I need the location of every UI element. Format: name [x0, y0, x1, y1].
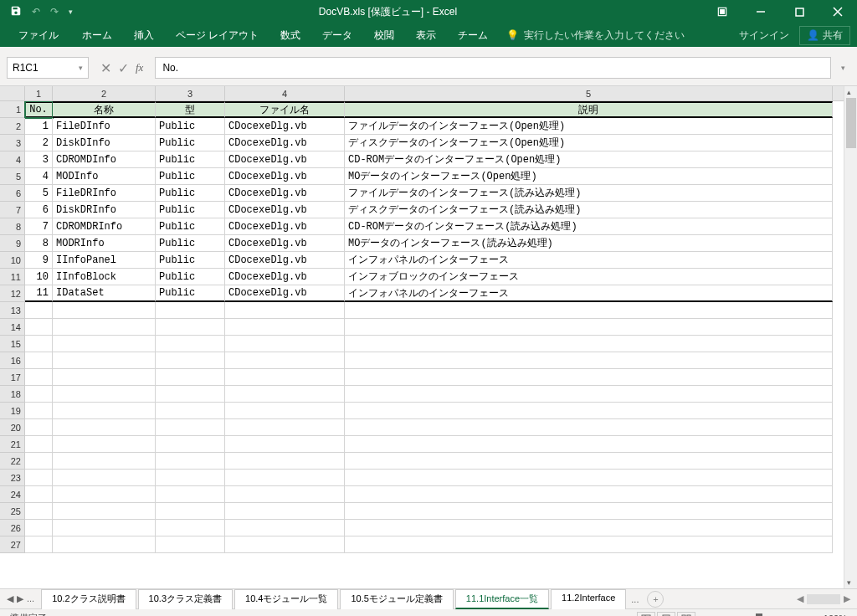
- table-cell[interactable]: [25, 319, 53, 336]
- table-cell[interactable]: [345, 486, 833, 503]
- table-cell[interactable]: [53, 302, 156, 319]
- row-header[interactable]: 5: [0, 168, 25, 185]
- table-cell[interactable]: [345, 336, 833, 352]
- table-cell[interactable]: [156, 436, 225, 453]
- scroll-down-icon[interactable]: ▾: [847, 578, 851, 587]
- table-cell[interactable]: 7: [25, 218, 53, 235]
- table-cell[interactable]: DiskDRInfo: [53, 202, 156, 218]
- table-cell[interactable]: Public: [156, 269, 225, 285]
- table-cell[interactable]: [25, 419, 53, 436]
- table-cell[interactable]: [345, 419, 833, 436]
- table-cell[interactable]: CDocexeDlg.vb: [225, 151, 345, 168]
- table-cell[interactable]: MOデータのインターフェース(Open処理): [345, 168, 833, 185]
- table-cell[interactable]: Public: [156, 151, 225, 168]
- table-cell[interactable]: CD-ROMデータのインターフェース(読み込み処理): [345, 218, 833, 235]
- add-sheet-button[interactable]: +: [647, 591, 664, 608]
- table-cell[interactable]: [156, 386, 225, 403]
- table-cell[interactable]: FileDRInfo: [53, 185, 156, 202]
- vertical-scrollbar[interactable]: ▴ ▾: [844, 86, 857, 588]
- table-cell[interactable]: [225, 319, 345, 336]
- row-header[interactable]: 6: [0, 185, 25, 202]
- table-cell[interactable]: [156, 302, 225, 319]
- table-cell[interactable]: CDocexeDlg.vb: [225, 168, 345, 185]
- table-cell[interactable]: [53, 453, 156, 470]
- table-header-cell[interactable]: 名称: [53, 101, 156, 118]
- ribbon-tab[interactable]: ページ レイアウト: [166, 25, 269, 46]
- table-cell[interactable]: [53, 369, 156, 386]
- table-header-cell[interactable]: 説明: [345, 101, 833, 118]
- table-cell[interactable]: [25, 403, 53, 419]
- minimize-button[interactable]: [742, 0, 780, 23]
- table-cell[interactable]: Public: [156, 168, 225, 185]
- ribbon-tab[interactable]: 挿入: [124, 25, 164, 46]
- table-cell[interactable]: [53, 352, 156, 369]
- table-cell[interactable]: [156, 319, 225, 336]
- table-cell[interactable]: Public: [156, 235, 225, 252]
- table-cell[interactable]: [225, 386, 345, 403]
- table-cell[interactable]: ディスクデータのインターフェース(読み込み処理): [345, 202, 833, 218]
- row-header[interactable]: 24: [0, 486, 25, 503]
- table-cell[interactable]: [25, 520, 53, 536]
- sheet-nav-ellipsis[interactable]: ...: [27, 593, 34, 604]
- table-cell[interactable]: [345, 319, 833, 336]
- table-cell[interactable]: [53, 470, 156, 486]
- redo-icon[interactable]: ↷: [50, 6, 59, 18]
- spreadsheet-grid[interactable]: 12345 1No.名称型ファイル名説明21FileDInfoPublicCDo…: [0, 86, 857, 588]
- sheet-tab[interactable]: 10.5モジュール定義書: [340, 589, 453, 609]
- table-cell[interactable]: [156, 536, 225, 553]
- ribbon-tab[interactable]: 校閲: [364, 25, 404, 46]
- ribbon-tab[interactable]: チーム: [448, 25, 498, 46]
- table-cell[interactable]: [345, 453, 833, 470]
- table-cell[interactable]: CDROMDRInfo: [53, 218, 156, 235]
- maximize-button[interactable]: [780, 0, 819, 23]
- table-cell[interactable]: MODInfo: [53, 168, 156, 185]
- row-header[interactable]: 10: [0, 252, 25, 269]
- table-cell[interactable]: CDocexeDlg.vb: [225, 185, 345, 202]
- table-cell[interactable]: ディスクデータのインターフェース(Open処理): [345, 135, 833, 151]
- row-header[interactable]: 23: [0, 470, 25, 486]
- table-cell[interactable]: Public: [156, 218, 225, 235]
- row-header[interactable]: 21: [0, 436, 25, 453]
- expand-formula-icon[interactable]: ▾: [836, 64, 850, 72]
- row-header[interactable]: 27: [0, 536, 25, 553]
- table-cell[interactable]: CD-ROMデータのインターフェース(Open処理): [345, 151, 833, 168]
- page-break-view-button[interactable]: [677, 612, 695, 617]
- table-cell[interactable]: 3: [25, 151, 53, 168]
- table-cell[interactable]: インフォパネルのインターフェース: [345, 285, 833, 302]
- save-icon[interactable]: [10, 5, 22, 19]
- signin-link[interactable]: サインイン: [739, 28, 789, 43]
- table-cell[interactable]: [345, 470, 833, 486]
- ribbon-options-icon[interactable]: [703, 0, 742, 23]
- table-cell[interactable]: ファイルデータのインターフェース(読み込み処理): [345, 185, 833, 202]
- table-cell[interactable]: [25, 503, 53, 520]
- table-cell[interactable]: [25, 336, 53, 352]
- table-cell[interactable]: [345, 536, 833, 553]
- table-cell[interactable]: [25, 352, 53, 369]
- table-cell[interactable]: MODRInfo: [53, 235, 156, 252]
- table-cell[interactable]: [53, 319, 156, 336]
- table-cell[interactable]: [225, 369, 345, 386]
- enter-formula-icon[interactable]: ✓: [118, 60, 129, 76]
- row-header[interactable]: 8: [0, 218, 25, 235]
- table-cell[interactable]: [345, 369, 833, 386]
- table-cell[interactable]: [225, 403, 345, 419]
- row-header[interactable]: 9: [0, 235, 25, 252]
- table-cell[interactable]: [156, 336, 225, 352]
- table-cell[interactable]: [156, 403, 225, 419]
- horizontal-scrollbar[interactable]: [807, 594, 840, 604]
- table-cell[interactable]: 11: [25, 285, 53, 302]
- table-cell[interactable]: インフォパネルのインターフェース: [345, 252, 833, 269]
- table-cell[interactable]: 6: [25, 202, 53, 218]
- table-cell[interactable]: CDocexeDlg.vb: [225, 285, 345, 302]
- table-cell[interactable]: [225, 486, 345, 503]
- scroll-up-icon[interactable]: ▴: [847, 88, 851, 96]
- sheet-nav-next-icon[interactable]: ▶: [17, 593, 23, 604]
- table-cell[interactable]: [53, 336, 156, 352]
- ribbon-tab[interactable]: 数式: [270, 25, 310, 46]
- table-cell[interactable]: [25, 536, 53, 553]
- table-cell[interactable]: [25, 436, 53, 453]
- table-cell[interactable]: Public: [156, 285, 225, 302]
- table-cell[interactable]: 10: [25, 269, 53, 285]
- table-cell[interactable]: IDataSet: [53, 285, 156, 302]
- table-cell[interactable]: [345, 436, 833, 453]
